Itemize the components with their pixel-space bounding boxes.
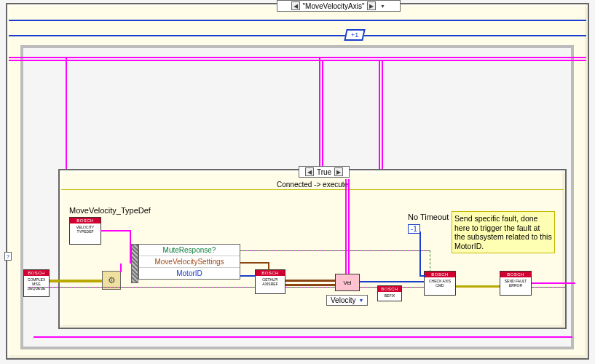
wire [9,60,586,61]
bosch-body: BEFIX [378,292,401,301]
velocity-node-label: Vel [343,280,351,286]
wire [130,230,131,264]
wire [430,250,430,272]
bosch-body: VELOCITY TYPEDEF [70,223,101,244]
wire [285,280,335,282]
unbundle-row: MotorID [139,268,240,279]
case-banner-line [61,189,564,190]
bosch-brand: BOSCH [70,218,101,223]
wire [268,262,269,271]
velocity-node: Vel [335,274,360,291]
bosch-body: SEND FAULT ERROR [500,277,531,295]
wire [419,275,425,277]
typedef-label: MoveVelocity_TypeDef [69,206,151,215]
wire [101,230,131,232]
velocity-selector-label: Velocity [331,296,355,304]
bosch-brand: BOSCH [500,272,531,277]
unbundle-by-name: MuteResponse? MoveVelocitySettings Motor… [138,244,240,280]
bosch-brand: BOSCH [425,272,455,277]
wire [240,275,255,277]
wire [456,285,500,288]
gear-icon: ⚙ [108,275,116,285]
wire [322,60,323,179]
increment-node: +1 [344,29,365,41]
wire [120,264,122,272]
wire [9,57,586,58]
outer-case-selector[interactable]: ◀ "MoveVelocityAxis" ▶ ▼ [277,0,401,12]
wire [379,60,380,180]
bosch-brand: BOSCH [378,286,401,292]
dequeue-node: BOSCH COMPLEX MSG DEQUEUE [23,269,50,297]
fault-comment: Send specific fault, done here to trigge… [452,211,555,253]
case-dropdown-icon[interactable]: ▼ [379,2,386,9]
wire [319,57,320,179]
wire [382,60,383,180]
typedef-node: BOSCH VELOCITY TYPEDEF [69,217,101,245]
bosch-body: COMPLEX MSG DEQUEUE [24,276,49,296]
wire [240,262,269,264]
wire [360,281,424,282]
no-timeout-constant: -1 [408,224,420,234]
wire [532,282,575,284]
inner-case-value: True [317,168,331,176]
bosch-body: GETHLPI AXISREF [256,276,285,293]
bosch-brand: BOSCH [256,270,285,276]
unbundle-row: MuteResponse? [139,245,240,256]
case-prev-icon[interactable]: ◀ [305,167,314,176]
outer-case-value: "MoveVelocityAxis" [303,2,365,10]
bosch-brand: BOSCH [24,270,49,276]
bosch-body: CHECK AXIS CMD [425,277,455,295]
chevron-down-icon: ▼ [358,298,363,303]
unbundle-handle [131,244,138,283]
case-next-icon[interactable]: ▶ [334,167,343,176]
unbundle-row: MoveVelocitySettings [139,256,240,268]
increment-label: +1 [351,31,358,39]
gethlpi-node: BOSCH GETHLPI AXISREF [255,269,285,294]
befix-node: BOSCH BEFIX [377,285,402,301]
wire [348,179,350,274]
inner-case-subtitle: Connected -> execute [277,181,348,189]
wire [240,250,430,251]
no-timeout-label: No Timeout [408,213,449,221]
velocity-selector[interactable]: Velocity ▼ [326,295,368,306]
wire [9,35,586,36]
checkaxis-node: BOSCH CHECK AXIS CMD [424,271,456,296]
case-prev-icon[interactable]: ◀ [291,1,300,10]
case-input-terminal: ? [4,252,12,261]
wire [285,284,335,286]
wire [419,232,421,275]
sendfault-node: BOSCH SEND FAULT ERROR [500,271,532,296]
wire [34,336,572,338]
wire [50,280,102,282]
wire [345,179,347,274]
wire [9,20,586,21]
case-next-icon[interactable]: ▶ [367,1,376,10]
inner-case-selector[interactable]: ◀ True ▶ [299,166,350,178]
